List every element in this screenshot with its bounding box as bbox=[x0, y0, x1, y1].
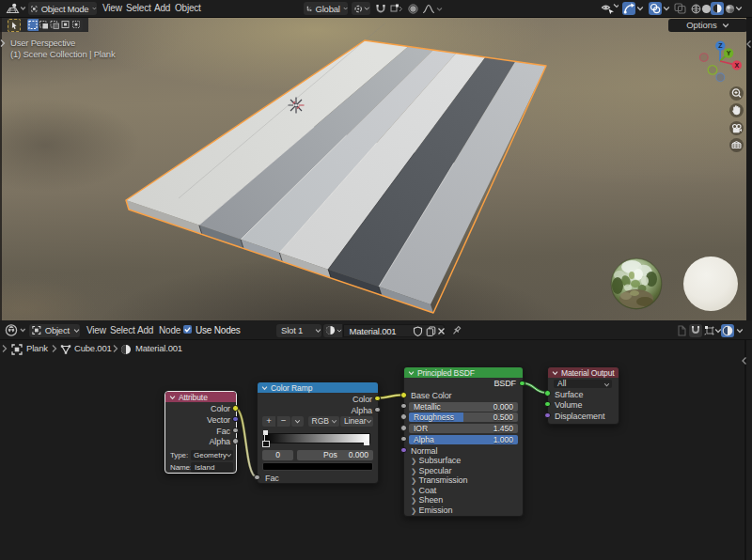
svg-text:X: X bbox=[734, 62, 739, 69]
svg-text:Y: Y bbox=[727, 50, 731, 56]
svg-text:Z: Z bbox=[718, 42, 723, 49]
